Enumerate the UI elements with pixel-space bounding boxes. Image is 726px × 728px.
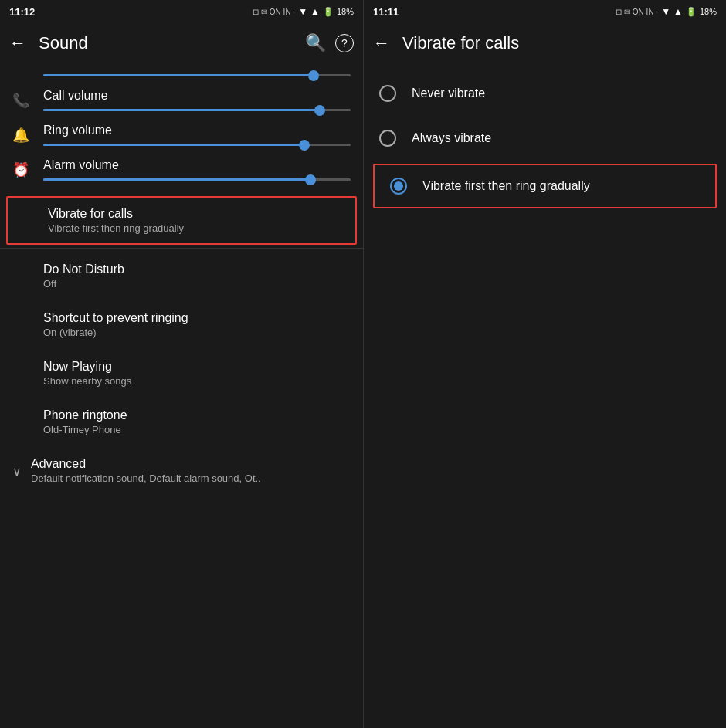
never-vibrate-radio[interactable] (379, 85, 396, 102)
left-panel: 11:12 ⊡ ✉ ON IN · ▼ ▲ 🔋 18% ← Sound 🔍 ? (0, 0, 363, 728)
right-notification-icons: ⊡ ✉ ON IN · (616, 8, 658, 16)
right-battery-icon: 🔋 (686, 7, 697, 17)
left-scroll-content: 📞 Call volume 🔔 Ring volume (0, 65, 363, 728)
settings-item-now-playing[interactable]: Now Playing Show nearby songs (0, 349, 363, 398)
call-icon: 📞 (12, 92, 37, 109)
vibrate-first-label: Vibrate first then ring gradually (422, 179, 590, 193)
top-slider-thumb[interactable] (308, 70, 319, 81)
ring-slider[interactable] (43, 144, 351, 146)
phone-ringtone-title: Phone ringtone (43, 408, 351, 422)
battery-percent: 18% (337, 7, 354, 16)
settings-item-shortcut[interactable]: Shortcut to prevent ringing On (vibrate) (0, 300, 363, 349)
right-status-icons: ⊡ ✉ ON IN · ▼ ▲ 🔋 18% (616, 6, 717, 17)
alarm-slider-thumb[interactable] (305, 174, 316, 185)
battery-icon: 🔋 (323, 7, 334, 17)
shortcut-title: Shortcut to prevent ringing (43, 311, 351, 325)
settings-item-do-not-disturb[interactable]: Do Not Disturb Off (0, 252, 363, 300)
ring-slider-thumb[interactable] (299, 140, 310, 151)
always-vibrate-label: Always vibrate (412, 131, 491, 145)
vibrate-option-first[interactable]: Vibrate first then ring gradually (373, 164, 717, 208)
call-volume-info: Call volume (37, 89, 351, 111)
do-not-disturb-title: Do Not Disturb (43, 262, 351, 276)
alarm-volume-row: ⏰ Alarm volume (12, 152, 351, 187)
now-playing-sub: Show nearby songs (43, 375, 351, 387)
right-status-bar: 11:11 ⊡ ✉ ON IN · ▼ ▲ 🔋 18% (364, 0, 726, 22)
vibrate-options-list: Never vibrate Always vibrate Vibrate fir… (364, 65, 726, 728)
ring-volume-label: Ring volume (43, 124, 351, 137)
call-slider-thumb[interactable] (314, 105, 325, 116)
ring-volume-info: Ring volume (37, 124, 351, 146)
right-back-button[interactable]: ← (373, 33, 390, 53)
alarm-slider[interactable] (43, 178, 351, 181)
left-title: Sound (39, 33, 296, 53)
right-battery-percent: 18% (700, 7, 717, 16)
vibrate-option-always[interactable]: Always vibrate (364, 116, 726, 161)
phone-ringtone-sub: Old-Timey Phone (43, 424, 351, 435)
vibrate-first-radio-fill (394, 181, 403, 191)
now-playing-title: Now Playing (43, 360, 351, 374)
left-back-button[interactable]: ← (9, 33, 26, 53)
right-time: 11:11 (373, 6, 399, 18)
alarm-volume-info: Alarm volume (37, 158, 351, 181)
settings-items-list: Vibrate for calls Vibrate first then rin… (0, 196, 363, 495)
vibrate-first-radio[interactable] (390, 178, 407, 195)
shortcut-sub: On (vibrate) (43, 327, 351, 338)
advanced-chevron-icon: ∨ (12, 463, 22, 478)
top-slider[interactable] (43, 74, 351, 76)
left-time: 11:12 (9, 6, 35, 18)
always-vibrate-radio[interactable] (379, 130, 396, 147)
right-panel: 11:11 ⊡ ✉ ON IN · ▼ ▲ 🔋 18% ← Vibrate fo… (363, 0, 726, 728)
advanced-sub: Default notification sound, Default alar… (31, 472, 351, 484)
notification-icons: ⊡ ✉ ON IN · (253, 8, 295, 16)
settings-item-advanced[interactable]: ∨ Advanced Default notification sound, D… (0, 446, 363, 495)
right-wifi-icon: ▼ (661, 6, 670, 17)
vibrate-for-calls-sub: Vibrate first then ring gradually (48, 222, 343, 234)
left-status-icons: ⊡ ✉ ON IN · ▼ ▲ 🔋 18% (253, 6, 354, 17)
alarm-volume-label: Alarm volume (43, 158, 351, 172)
call-volume-label: Call volume (43, 89, 351, 103)
call-slider[interactable] (43, 109, 351, 111)
vibrate-for-calls-title: Vibrate for calls (48, 207, 343, 221)
signal-icon: ▲ (310, 6, 320, 17)
divider-1 (0, 248, 363, 249)
advanced-title: Advanced (31, 457, 351, 471)
settings-item-vibrate-for-calls[interactable]: Vibrate for calls Vibrate first then rin… (6, 196, 357, 245)
left-help-button[interactable]: ? (335, 34, 354, 52)
vibrate-option-never[interactable]: Never vibrate (364, 71, 726, 116)
right-top-bar: ← Vibrate for calls (364, 22, 726, 65)
call-volume-row: 📞 Call volume (12, 83, 351, 117)
right-title: Vibrate for calls (402, 33, 717, 53)
never-vibrate-label: Never vibrate (412, 86, 485, 100)
alarm-icon: ⏰ (12, 161, 37, 178)
left-top-bar: ← Sound 🔍 ? (0, 22, 363, 65)
volume-section: 📞 Call volume 🔔 Ring volume (0, 83, 363, 193)
top-slider-row (0, 65, 363, 83)
settings-item-phone-ringtone[interactable]: Phone ringtone Old-Timey Phone (0, 398, 363, 446)
right-signal-icon: ▲ (673, 6, 683, 17)
bell-icon: 🔔 (12, 127, 37, 144)
left-search-button[interactable]: 🔍 (305, 33, 326, 53)
do-not-disturb-sub: Off (43, 278, 351, 290)
left-status-bar: 11:12 ⊡ ✉ ON IN · ▼ ▲ 🔋 18% (0, 0, 363, 22)
ring-volume-row: 🔔 Ring volume (12, 117, 351, 152)
wifi-icon: ▼ (298, 6, 307, 17)
